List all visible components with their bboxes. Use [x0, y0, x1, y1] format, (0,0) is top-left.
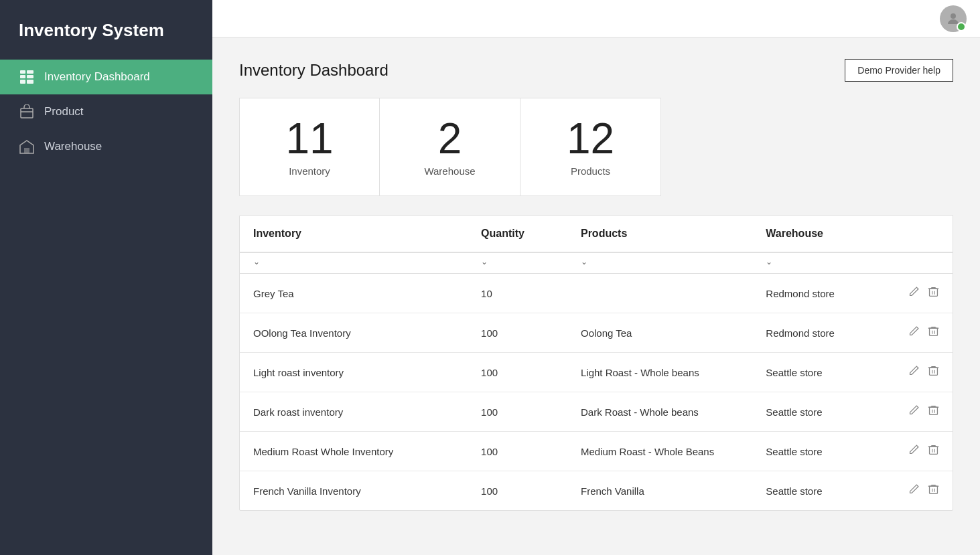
- chevron-down-icon: ⌄: [253, 257, 260, 266]
- sidebar-item-warehouse-label: Warehouse: [44, 140, 102, 153]
- main-content: Inventory Dashboard Demo Provider help 1…: [212, 0, 980, 555]
- cell-quantity: 10: [468, 274, 567, 313]
- stat-cards: 11 Inventory 2 Warehouse 12 Products: [239, 98, 953, 196]
- sidebar-item-product[interactable]: Product: [0, 94, 212, 129]
- box-icon: [19, 104, 35, 120]
- cell-products: Light Roast - Whole beans: [567, 353, 752, 392]
- edit-icon[interactable]: [908, 286, 920, 301]
- stat-inventory-number: 11: [285, 117, 333, 160]
- svg-rect-5: [27, 80, 33, 84]
- svg-point-10: [951, 13, 956, 19]
- cell-actions: [895, 274, 953, 313]
- delete-icon[interactable]: [928, 325, 939, 340]
- filter-products[interactable]: ⌄: [581, 257, 739, 266]
- stat-products-label: Products: [571, 165, 610, 177]
- delete-icon[interactable]: [928, 444, 939, 459]
- edit-icon[interactable]: [908, 365, 920, 380]
- delete-icon[interactable]: [928, 483, 939, 498]
- stat-card-products: 12 Products: [520, 98, 661, 196]
- col-header-inventory: Inventory: [240, 216, 468, 252]
- cell-actions: [895, 353, 953, 392]
- table-header-row: Inventory Quantity Products Warehouse: [240, 216, 953, 252]
- col-header-products: Products: [567, 216, 752, 252]
- cell-warehouse: Seattle store: [752, 432, 895, 471]
- grid-icon: [19, 69, 35, 85]
- table-filter-row: ⌄ ⌄ ⌄: [240, 252, 953, 274]
- stat-warehouse-number: 2: [438, 117, 462, 160]
- inventory-table: Inventory Quantity Products Warehouse ⌄: [240, 216, 953, 510]
- app-title: Inventory System: [0, 0, 212, 60]
- stat-inventory-label: Inventory: [289, 165, 330, 177]
- top-bar: [212, 0, 980, 37]
- edit-icon[interactable]: [908, 404, 920, 419]
- filter-inventory[interactable]: ⌄: [253, 257, 454, 266]
- sidebar-item-warehouse[interactable]: Warehouse: [0, 129, 212, 164]
- svg-rect-26: [930, 486, 938, 493]
- filter-quantity[interactable]: ⌄: [481, 257, 554, 266]
- cell-warehouse: Redmond store: [752, 274, 895, 313]
- col-header-actions: [895, 216, 953, 252]
- table-row: Dark roast inventory100Dark Roast - Whol…: [240, 392, 953, 432]
- svg-rect-14: [930, 328, 938, 335]
- table-row: OOlong Tea Inventory100Oolong TeaRedmond…: [240, 313, 953, 353]
- svg-rect-8: [24, 148, 27, 153]
- stat-card-inventory: 11 Inventory: [239, 98, 380, 196]
- cell-products: Oolong Tea: [567, 313, 752, 353]
- delete-icon[interactable]: [928, 286, 939, 301]
- svg-rect-9: [27, 148, 29, 153]
- warehouse-icon: [19, 139, 35, 155]
- cell-inventory: OOlong Tea Inventory: [240, 313, 468, 353]
- svg-rect-17: [930, 368, 938, 375]
- demo-provider-button[interactable]: Demo Provider help: [845, 59, 953, 82]
- cell-products: Dark Roast - Whole beans: [567, 392, 752, 432]
- cell-inventory: Dark roast inventory: [240, 392, 468, 432]
- cell-actions: [895, 432, 953, 471]
- svg-rect-6: [21, 108, 33, 118]
- svg-rect-4: [27, 75, 33, 78]
- inventory-table-container: Inventory Quantity Products Warehouse ⌄: [239, 215, 953, 511]
- cell-actions: [895, 392, 953, 432]
- sidebar-item-dashboard[interactable]: Inventory Dashboard: [0, 60, 212, 94]
- chevron-down-icon: ⌄: [481, 257, 488, 266]
- col-header-quantity: Quantity: [468, 216, 567, 252]
- table-row: Grey Tea10Redmond store: [240, 274, 953, 313]
- delete-icon[interactable]: [928, 365, 939, 380]
- sidebar-nav: Inventory Dashboard Product Warehouse: [0, 60, 212, 164]
- col-header-warehouse: Warehouse: [752, 216, 895, 252]
- svg-rect-1: [20, 75, 25, 78]
- cell-warehouse: Redmond store: [752, 313, 895, 353]
- chevron-down-icon: ⌄: [581, 257, 587, 266]
- cell-warehouse: Seattle store: [752, 353, 895, 392]
- cell-warehouse: Seattle store: [752, 471, 895, 511]
- table-row: Light roast inventory100Light Roast - Wh…: [240, 353, 953, 392]
- svg-rect-20: [930, 407, 938, 414]
- delete-icon[interactable]: [928, 404, 939, 419]
- cell-actions: [895, 471, 953, 511]
- edit-icon[interactable]: [908, 444, 920, 459]
- edit-icon[interactable]: [908, 483, 920, 498]
- svg-rect-0: [20, 70, 25, 74]
- cell-quantity: 100: [468, 432, 567, 471]
- svg-rect-23: [930, 447, 938, 454]
- filter-warehouse[interactable]: ⌄: [766, 257, 882, 266]
- cell-inventory: Medium Roast Whole Inventory: [240, 432, 468, 471]
- cell-products: Medium Roast - Whole Beans: [567, 432, 752, 471]
- cell-inventory: Light roast inventory: [240, 353, 468, 392]
- stat-card-warehouse: 2 Warehouse: [380, 98, 520, 196]
- user-avatar[interactable]: [940, 5, 967, 32]
- svg-rect-3: [27, 70, 33, 74]
- cell-quantity: 100: [468, 353, 567, 392]
- table-row: Medium Roast Whole Inventory100Medium Ro…: [240, 432, 953, 471]
- page-header: Inventory Dashboard Demo Provider help: [239, 59, 953, 82]
- stat-warehouse-label: Warehouse: [424, 165, 475, 177]
- cell-warehouse: Seattle store: [752, 392, 895, 432]
- cell-quantity: 100: [468, 313, 567, 353]
- cell-products: French Vanilla: [567, 471, 752, 511]
- page-title: Inventory Dashboard: [239, 61, 389, 80]
- edit-icon[interactable]: [908, 325, 920, 340]
- sidebar-item-product-label: Product: [44, 105, 84, 118]
- sidebar: Inventory System Inventory Dashboard: [0, 0, 212, 555]
- stat-products-number: 12: [567, 117, 614, 160]
- cell-quantity: 100: [468, 471, 567, 511]
- chevron-down-icon: ⌄: [766, 257, 772, 266]
